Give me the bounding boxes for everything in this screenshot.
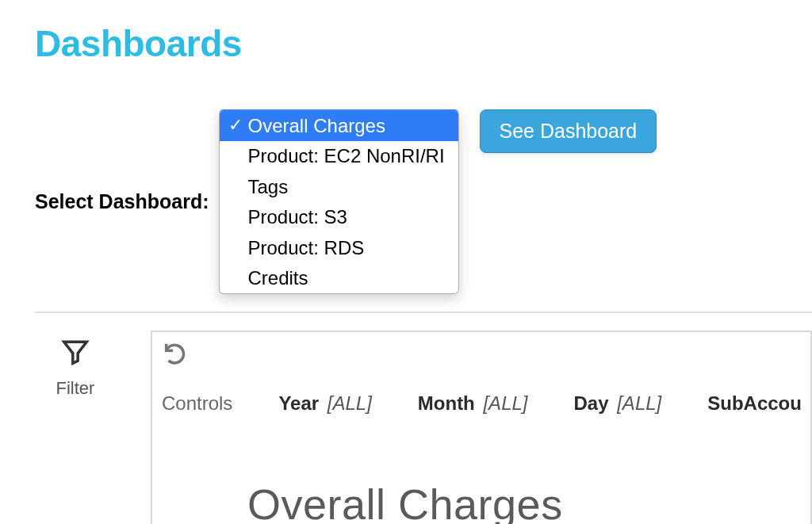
dashboard-selector-row: Select Dashboard: Overall Charges Produc… <box>35 109 812 294</box>
filter-label: Filter <box>56 378 95 399</box>
filter-icon[interactable] <box>60 337 90 370</box>
divider <box>35 312 812 313</box>
control-subaccount[interactable]: SubAccou <box>707 392 805 415</box>
panel-toolbar <box>152 332 810 377</box>
control-year[interactable]: Year [ALL] <box>278 392 371 415</box>
content-title: Overall Charges <box>247 480 787 524</box>
control-year-name: Year <box>278 392 319 414</box>
dropdown-option-s3[interactable]: Product: S3 <box>220 202 458 232</box>
dropdown-option-ec2[interactable]: Product: EC2 NonRI/RI <box>220 141 458 171</box>
select-dashboard-label: Select Dashboard: <box>35 190 209 213</box>
dropdown-option-overall-charges[interactable]: Overall Charges <box>220 111 458 141</box>
dashboard-dropdown-list: Overall Charges Product: EC2 NonRI/RI Ta… <box>219 109 459 294</box>
dropdown-option-credits[interactable]: Credits <box>220 263 458 293</box>
undo-icon[interactable] <box>162 339 189 369</box>
dropdown-option-rds[interactable]: Product: RDS <box>220 233 458 263</box>
control-day-value: [ALL] <box>617 392 661 414</box>
filter-column: Filter <box>0 331 151 399</box>
control-subaccount-name: SubAccou <box>707 392 802 414</box>
dropdown-option-tags[interactable]: Tags <box>220 172 458 202</box>
control-year-value: [ALL] <box>327 392 372 414</box>
control-day-name: Day <box>574 392 609 414</box>
page-title: Dashboards <box>35 22 812 65</box>
content-panel: Controls Year [ALL] Month [ALL] Day [ALL… <box>151 331 812 524</box>
control-month-value: [ALL] <box>483 392 527 414</box>
content-row: Filter Controls Year [ALL] Month [ALL] D… <box>0 331 812 524</box>
control-day[interactable]: Day [ALL] <box>574 392 662 415</box>
control-month-name: Month <box>418 392 475 414</box>
content-body: Overall Charges Leverage the filters abo… <box>152 426 810 524</box>
dashboard-dropdown[interactable]: Overall Charges Product: EC2 NonRI/RI Ta… <box>219 109 459 294</box>
see-dashboard-button[interactable]: See Dashboard <box>480 109 657 153</box>
controls-label: Controls <box>162 392 232 415</box>
control-month[interactable]: Month [ALL] <box>418 392 528 415</box>
controls-row: Controls Year [ALL] Month [ALL] Day [ALL… <box>152 377 810 426</box>
